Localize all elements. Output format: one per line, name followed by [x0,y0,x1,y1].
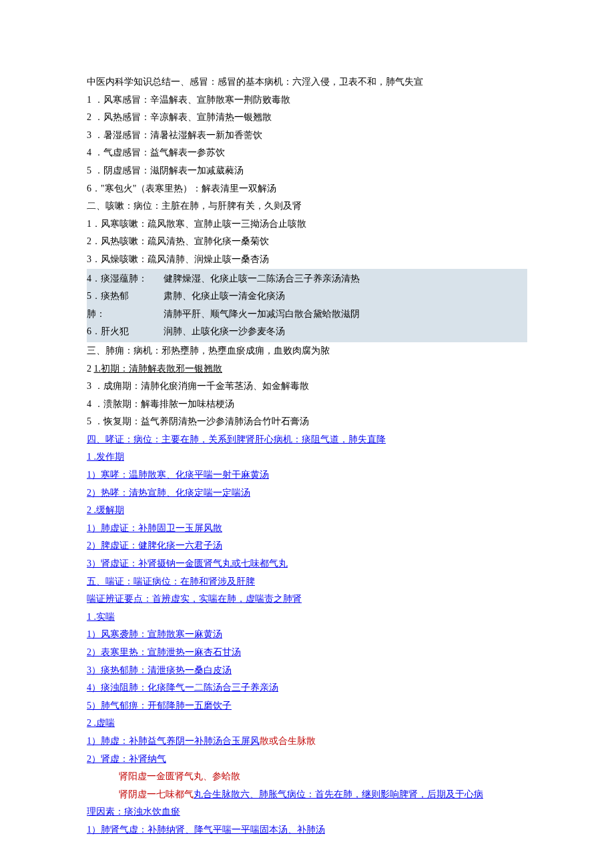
link-num: 1 [87,452,91,462]
highlight-text: 润肺、止咳化痰一沙参麦冬汤 [164,323,527,341]
underline-text: 1.初期：清肺解表散邪一银翘散 [94,364,223,374]
highlight-left-col: 4．痰湿蕴肺： 5．痰热郁 肺： 6．肝火犯 [87,270,157,341]
red-text: 肾阴虚一七味都气 [87,789,194,799]
link-num: 2 [87,505,91,515]
link-line[interactable]: 1）肺肾气虚：补肺纳肾、降气平喘一平喘固本汤、补肺汤 [87,825,325,835]
link-line[interactable]: .实喘 [91,612,115,622]
link-line[interactable]: 1 [87,452,91,462]
link-line[interactable]: 1）肺虚证：补肺固卫一玉屏风散 [87,523,222,533]
link-line[interactable]: 理因素：痰浊水饮血瘀 [87,807,180,817]
red-text: 散或合生脉散 [260,736,316,746]
link-num: 1 [87,612,91,622]
text-line: 6．"寒包火"（表寒里热）：解表清里一双解汤 [87,180,527,198]
link-line[interactable]: 4）痰浊阻肺：化痰降气一二陈汤合三子养亲汤 [87,683,278,693]
text-fragment: 2 [87,364,94,374]
text-line: 4 ．溃脓期：解毒排脓一加味桔梗汤 [87,396,527,414]
highlight-text: 4．痰湿蕴肺： [87,270,157,288]
text-line: 三、肺痈：病机：邪热壅肺，热壅血瘀成痈，血败肉腐为脓 [87,342,527,360]
link-line[interactable]: 2）热哮：清热宣肺、化痰定喘一定喘汤 [87,488,250,498]
link-line[interactable]: 3）痰热郁肺：清泄痰热一桑白皮汤 [87,665,232,675]
text-line: 3．风燥咳嗽：疏风清肺、润燥止咳一桑杏汤 [87,251,527,269]
highlight-right-col: 健脾燥湿、化痰止咳一二陈汤合三子养亲汤清热 肃肺、化痰止咳一清金化痰汤 清肺平肝… [164,270,527,341]
link-line[interactable]: 丸合生脉散六、肺胀气病位：首先在肺，继则影响脾肾，后期及于心病 [194,789,483,799]
link-line[interactable]: 2）表寒里热：宣肺泄热一麻杏石甘汤 [87,647,241,657]
highlight-text: 5．痰热郁 [87,288,157,306]
text-line: 中医内科学知识总结一、感冒：感冒的基本病机：六淫入侵，卫表不和，肺气失宣 [87,73,527,91]
link-line[interactable]: 1）风寒袭肺：宣肺散寒一麻黄汤 [87,629,222,639]
highlight-text: 肺： [87,306,157,324]
link-line[interactable]: 5）肺气郁痹：开郁降肺一五磨饮子 [87,701,232,711]
highlighted-block: 4．痰湿蕴肺： 5．痰热郁 肺： 6．肝火犯 健脾燥湿、化痰止咳一二陈汤合三子养… [87,269,527,342]
link-line[interactable]: 2）脾虚证：健脾化痰一六君子汤 [87,540,222,550]
link-line[interactable]: 1）寒哮：温肺散寒、化痰平喘一射干麻黄汤 [87,470,269,480]
link-line[interactable]: 3）肾虚证：补肾摄钠一金匮肾气丸或七味都气丸 [87,558,288,568]
link-line[interactable]: 四、哮证：病位：主要在肺，关系到脾肾肝心病机：痰阻气道，肺失直降 [87,434,386,444]
link-line[interactable]: .发作期 [91,452,124,462]
text-line: 5 ．恢复期：益气养阴清热一沙参清肺汤合竹叶石膏汤 [87,413,527,431]
highlight-text: 肃肺、化痰止咳一清金化痰汤 [164,288,527,306]
text-line: 1 ．风寒感冒：辛温解表、宣肺散寒一荆防败毒散 [87,91,527,109]
text-line: 1．风寒咳嗽：疏风散寒、宣肺止咳一三拗汤合止咳散 [87,215,527,234]
highlight-text: 健脾燥湿、化痰止咳一二陈汤合三子养亲汤清热 [164,270,527,288]
link-line[interactable]: 2）肾虚：补肾纳气 [87,754,166,764]
text-line: 2．风热咳嗽：疏风清热、宣肺化痰一桑菊饮 [87,233,527,251]
link-line[interactable]: 2 [87,505,91,515]
text-line: 5 ．阴虚感冒：滋阴解表一加减葳蕤汤 [87,162,527,180]
text-line: 2 ．风热感冒：辛凉解表、宣肺清热一银翘散 [87,109,527,127]
link-line[interactable]: 五、喘证：喘证病位：在肺和肾涉及肝脾 [87,576,255,586]
text-line: 3 ．成痈期：清肺化瘀消痈一千金苇茎汤、如金解毒散 [87,378,527,396]
link-line[interactable]: .缓解期 [91,505,124,515]
highlight-text: 清肺平肝、顺气降火一加减泻白散合黛蛤散滋阴 [164,306,527,324]
link-line[interactable]: 喘证辨证要点：首辨虚实，实喘在肺，虚喘责之肺肾 [87,594,302,604]
link-num: 2 [87,718,91,728]
link-line[interactable]: 2 [87,718,91,728]
link-line[interactable]: 1 [87,612,91,622]
link-line[interactable]: .虚喘 [91,718,115,728]
text-line: 2 1.初期：清肺解表散邪一银翘散 [87,360,527,378]
red-text: 肾阳虚一金匮肾气丸、参蛤散 [119,771,240,781]
text-line: 二、咳嗽：病位：主脏在肺，与肝脾有关，久则及肾 [87,197,527,215]
highlight-text: 6．肝火犯 [87,323,157,341]
text-line: 3 ．暑湿感冒：清暑祛湿解表一新加香薷饮 [87,127,527,145]
text-line: 4 ．气虚感冒：益气解表一参苏饮 [87,144,527,162]
link-line[interactable]: 1）肺虚：补肺益气养阴一补肺汤合玉屏风 [87,736,260,746]
